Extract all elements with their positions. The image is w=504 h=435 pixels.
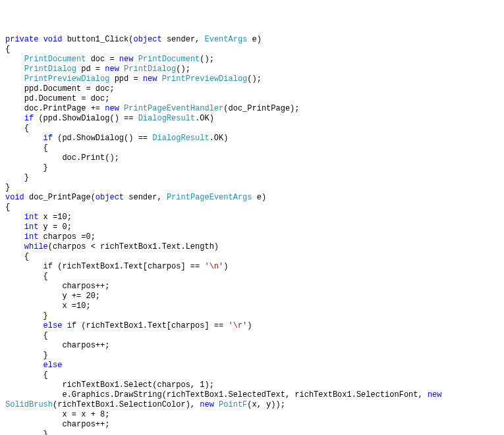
code-token: (x, y)); — [247, 400, 285, 409]
code-line: else if (richTextBox1.Text[charpos] == '… — [5, 321, 499, 331]
code-line: ppd.Document = doc; — [5, 84, 499, 94]
code-token: ppd.Document = doc; — [24, 84, 115, 93]
code-token: int — [24, 222, 39, 232]
code-line: if (pd.ShowDialog() == DialogResult.OK) — [5, 134, 499, 143]
code-token: new — [119, 55, 134, 64]
code-line: { — [5, 371, 499, 380]
code-token: { — [24, 252, 29, 261]
code-token: .OK) — [195, 114, 214, 123]
code-token: { — [43, 331, 48, 340]
code-token: (); — [247, 74, 262, 84]
code-token: (richTextBox1.SelectionColor), — [53, 400, 200, 409]
code-line: doc.Print(); — [5, 153, 499, 163]
code-token: new — [143, 74, 157, 84]
code-line: PrintDialog pd = new PrintDialog(); — [5, 64, 499, 74]
code-token: PointF — [219, 400, 247, 409]
code-line: } — [5, 173, 499, 183]
code-token: charpos++; — [62, 420, 109, 429]
code-token: if — [43, 262, 53, 271]
code-token: } — [43, 351, 48, 360]
code-token: } — [5, 183, 10, 192]
code-token: (); — [176, 64, 190, 74]
code-token: { — [5, 45, 10, 54]
code-line: PrintPreviewDialog ppd = new PrintPrevie… — [5, 74, 499, 84]
code-line: { — [5, 252, 499, 262]
code-token: if — [24, 114, 34, 123]
code-token: PrintPageEventHandler — [124, 104, 223, 113]
code-token: while — [24, 242, 48, 251]
code-token: PrintPreviewDialog — [162, 74, 248, 84]
code-line: { — [5, 203, 499, 213]
code-token: else — [43, 321, 63, 330]
code-token: (ppd.ShowDialog() == — [34, 114, 138, 123]
code-token: } — [24, 173, 29, 182]
code-token: richTextBox1.Select(charpos, 1); — [62, 380, 213, 390]
code-token: } — [43, 163, 48, 172]
code-line: y += 20; — [5, 292, 499, 301]
code-line: doc.PrintPage += new PrintPageEventHandl… — [5, 104, 499, 114]
code-token: pd = — [76, 64, 105, 74]
code-token: e) — [247, 35, 262, 44]
code-token: { — [43, 272, 48, 281]
code-line: void doc_PrintPage(object sender, PrintP… — [5, 193, 499, 203]
code-token: ) — [223, 262, 228, 271]
code-token: pd.Document = doc; — [24, 94, 110, 103]
code-token: doc_PrintPage( — [24, 193, 96, 202]
code-token: .OK) — [210, 134, 229, 143]
code-line: charpos++; — [5, 420, 499, 430]
code-token: { — [43, 371, 48, 380]
code-line: else — [5, 361, 499, 371]
code-token: new — [200, 400, 214, 409]
code-line: } — [5, 183, 499, 193]
code-token: } — [43, 430, 48, 435]
code-token — [214, 400, 219, 409]
code-token: PrintDialog — [124, 64, 176, 74]
code-line: int y = 0; — [5, 222, 499, 232]
code-token: charpos++; — [62, 282, 109, 291]
code-token: x =10; — [38, 213, 71, 222]
code-line: x =10; — [5, 301, 499, 311]
code-token: SolidBrush — [5, 400, 53, 409]
code-token: x = x + 8; — [62, 410, 109, 419]
code-token: PrintDocument — [138, 55, 200, 64]
code-line: PrintDocument doc = new PrintDocument(); — [5, 55, 499, 64]
code-line: { — [5, 272, 499, 282]
code-line: { — [5, 45, 499, 55]
code-line: e.Graphics.DrawString(richTextBox1.Selec… — [5, 390, 499, 400]
code-token: sender, — [124, 193, 167, 202]
code-token: DialogResult — [152, 134, 209, 143]
code-block: private void button1_Click(object sender… — [5, 35, 499, 435]
code-token: '\n' — [204, 262, 223, 271]
code-token: void — [43, 35, 63, 44]
code-token: e.Graphics.DrawString(richTextBox1.Selec… — [62, 390, 428, 399]
code-line: { — [5, 143, 499, 153]
code-token: DialogResult — [138, 114, 195, 123]
code-token: int — [24, 213, 39, 222]
code-token: (richTextBox1.Text[charpos] == — [76, 321, 228, 330]
code-line: richTextBox1.Select(charpos, 1); — [5, 380, 499, 390]
code-line: { — [5, 124, 499, 134]
code-token: object — [96, 193, 124, 202]
code-token: { — [24, 124, 29, 133]
code-token: e) — [252, 193, 267, 202]
code-token: { — [43, 143, 48, 153]
code-token: '\r' — [228, 321, 247, 330]
code-line: { — [5, 331, 499, 341]
code-token: button1_Click( — [62, 35, 133, 44]
code-token: object — [133, 35, 161, 44]
code-token — [442, 390, 447, 399]
code-token: ) — [247, 321, 252, 330]
code-token: } — [43, 311, 48, 320]
code-token: new — [428, 390, 442, 399]
code-line: if (ppd.ShowDialog() == DialogResult.OK) — [5, 114, 499, 124]
code-token: if — [67, 321, 76, 330]
code-token: else — [43, 361, 63, 370]
code-token: (); — [200, 55, 214, 64]
code-token: y = 0; — [38, 222, 71, 232]
code-token: private — [5, 35, 38, 44]
code-token: y += 20; — [62, 292, 100, 301]
code-line: charpos++; — [5, 341, 499, 351]
code-line: } — [5, 351, 499, 361]
code-token: { — [5, 203, 10, 212]
code-token — [133, 55, 138, 64]
